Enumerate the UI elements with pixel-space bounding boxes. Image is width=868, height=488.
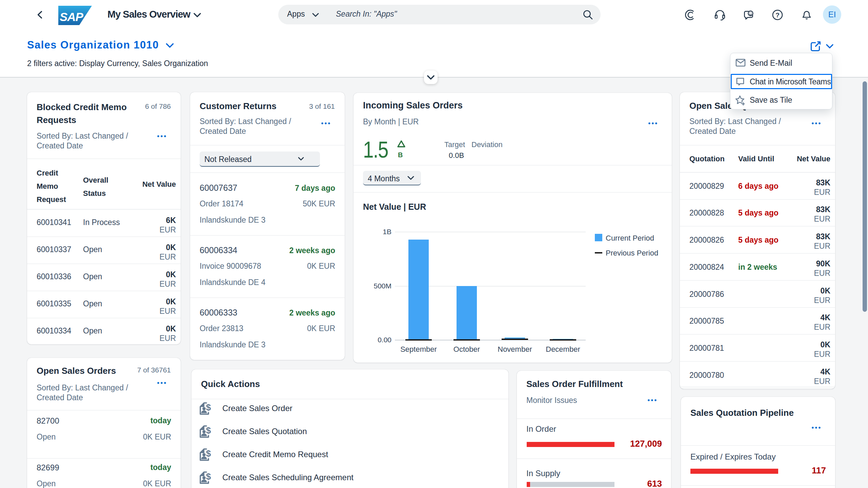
svg-text:SAP: SAP <box>60 10 84 23</box>
svg-text:?: ? <box>775 12 780 19</box>
